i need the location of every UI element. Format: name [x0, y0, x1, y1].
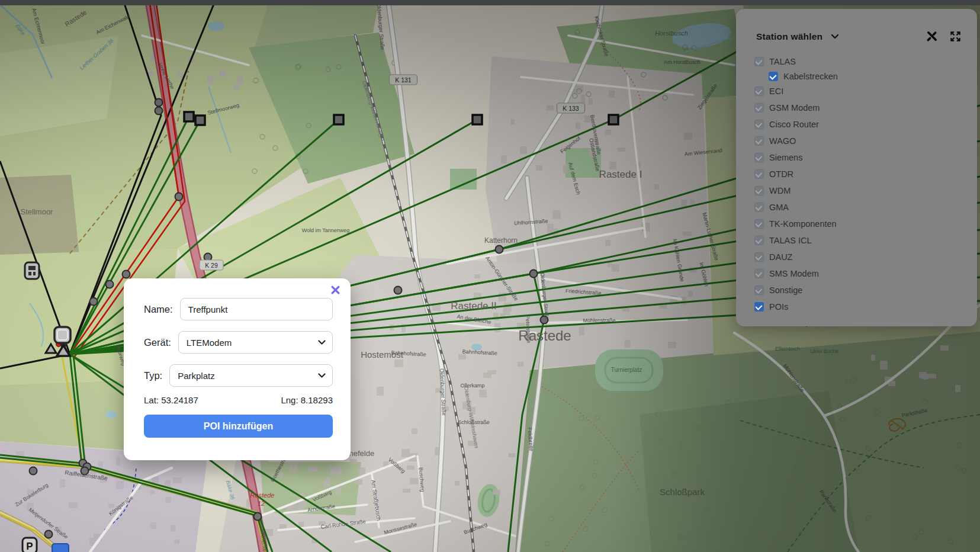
blue-poi-marker[interactable] — [52, 544, 69, 552]
checkbox-disabled-otdr — [754, 169, 764, 179]
cable-node[interactable] — [45, 531, 53, 538]
building — [654, 184, 659, 190]
checkbox-disabled-eci — [754, 86, 764, 96]
checkbox-disabled-talas — [754, 57, 764, 66]
cable-node[interactable] — [155, 107, 163, 115]
cable-node[interactable] — [30, 467, 37, 475]
cable-node[interactable] — [155, 99, 163, 107]
building — [401, 449, 410, 457]
close-icon[interactable]: ✕ — [326, 281, 345, 300]
map-canvas[interactable]: RastedeRastede IRastede IIHostemostStell… — [0, 0, 980, 552]
device-select[interactable]: LTEModem — [178, 331, 333, 354]
station-filter-label: WDM — [769, 186, 791, 195]
building — [927, 374, 936, 378]
checkbox-disabled-gma — [754, 203, 764, 212]
parking-marker[interactable]: P — [23, 538, 37, 552]
station-filter-label: POIs — [769, 302, 788, 312]
checkbox-pois[interactable] — [754, 302, 764, 312]
station-square-marker[interactable] — [473, 115, 482, 124]
station-square-marker[interactable] — [195, 115, 205, 125]
road-badge-text: K 133 — [563, 105, 579, 112]
station-checkbox-list: TALASKabelstreckenECIGSM ModemCisco Rout… — [736, 53, 977, 315]
building — [150, 490, 155, 495]
building — [493, 313, 499, 320]
cable-node[interactable] — [106, 281, 114, 288]
building — [233, 84, 239, 90]
station-filter-label: WAGO — [769, 136, 796, 146]
cable-node[interactable] — [530, 270, 538, 278]
station-square-marker[interactable] — [184, 112, 194, 121]
map-label: Rastede — [250, 492, 275, 499]
name-input[interactable] — [180, 298, 333, 320]
station-filter-row: Kabelstrecken — [736, 70, 977, 83]
station-select-label[interactable]: Station wählen — [756, 31, 822, 42]
building — [290, 466, 297, 472]
map-label: Am Horstbusch — [664, 59, 701, 65]
map-label: Wold im Tannenweg — [302, 227, 350, 233]
map-label: Katterhorn — [484, 236, 518, 245]
station-filter-label: GSM Modem — [769, 103, 820, 113]
station-filter-row: Cisco Router — [736, 116, 977, 133]
building — [547, 105, 554, 111]
map-label: Schloßpark — [660, 487, 705, 497]
building — [165, 497, 171, 503]
building — [955, 385, 960, 392]
window-top-strip — [0, 0, 980, 5]
building — [579, 326, 584, 335]
map-label: 12 — [258, 500, 265, 507]
draw-tools-icon[interactable] — [926, 30, 938, 43]
type-select[interactable]: Parkplatz — [169, 364, 333, 387]
station-square-marker[interactable] — [609, 115, 618, 124]
type-field-row: Typ: Parkplatz — [144, 364, 333, 387]
map-label: Turnierplatz — [611, 367, 642, 373]
building-poi-marker[interactable] — [25, 262, 39, 279]
cable-node[interactable] — [175, 193, 183, 201]
building — [493, 490, 500, 495]
station-filter-label: OTDR — [769, 169, 793, 179]
add-poi-button[interactable]: POI hinzufügen — [144, 415, 333, 438]
building — [458, 354, 466, 360]
station-filter-row: TALAS ICL — [736, 232, 977, 249]
station-filter-label: TALAS — [769, 57, 796, 66]
building — [501, 155, 507, 163]
station-filter-row: WAGO — [736, 133, 977, 149]
building — [410, 478, 418, 484]
station-filter-row: Sonstige — [736, 282, 977, 299]
map-label: Stellmoor — [21, 207, 54, 216]
chevron-down-icon[interactable] — [831, 34, 839, 39]
fullscreen-icon[interactable] — [949, 30, 962, 43]
cable-node[interactable] — [90, 298, 98, 306]
building — [323, 480, 330, 486]
building — [178, 73, 183, 78]
station-filter-row: TK-Komponenten — [736, 216, 977, 232]
checkbox-disabled-sonstige — [754, 285, 764, 295]
cable-node[interactable] — [254, 513, 262, 521]
cable-node[interactable] — [496, 246, 503, 253]
building — [684, 133, 692, 140]
building — [668, 342, 676, 348]
checkbox-disabled-talas-icl — [754, 236, 764, 245]
station-filter-row: DAUZ — [736, 249, 977, 265]
building — [688, 291, 693, 297]
station-filter-panel: Station wählen — [736, 9, 977, 326]
cable-node[interactable] — [123, 271, 130, 278]
building — [612, 264, 619, 272]
station-square-marker[interactable] — [334, 115, 343, 124]
cable-node[interactable] — [394, 287, 402, 294]
building — [403, 489, 410, 493]
building — [207, 76, 214, 84]
building — [98, 461, 103, 468]
building — [350, 459, 357, 464]
building — [552, 210, 561, 219]
checkbox-kabelstrecken[interactable] — [769, 72, 778, 81]
station-filter-label: TALAS ICL — [769, 236, 811, 245]
building — [173, 477, 182, 483]
station-filter-row: TALAS — [736, 53, 977, 70]
building — [174, 540, 179, 544]
map-label: Rastede II — [451, 300, 497, 312]
building — [479, 390, 487, 397]
building — [625, 340, 631, 348]
station-filter-row: POIs — [736, 299, 977, 315]
building — [116, 481, 124, 489]
checkbox-disabled-gsm-modem — [754, 103, 764, 113]
